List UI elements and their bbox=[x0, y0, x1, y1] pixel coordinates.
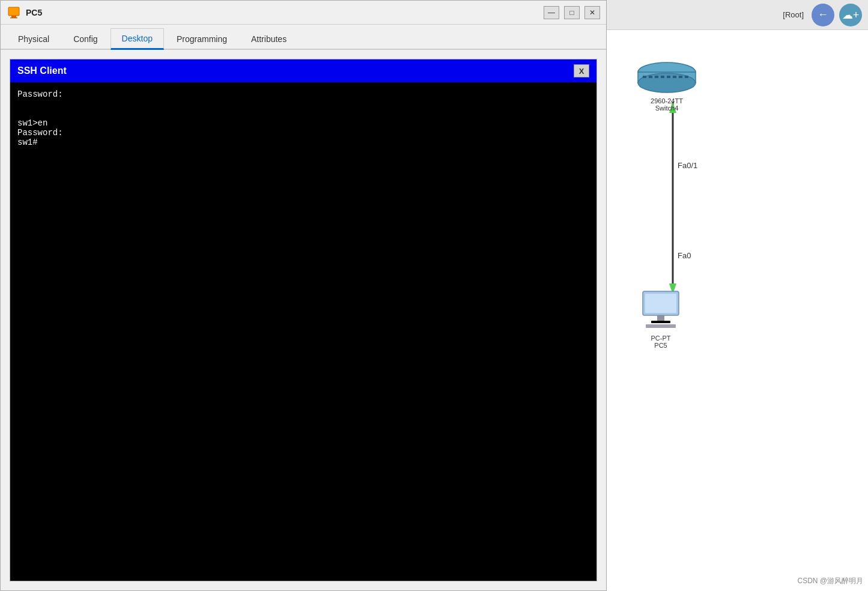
tab-attributes[interactable]: Attributes bbox=[240, 29, 298, 49]
ssh-panel: SSH Client X Password: sw1>en Password: … bbox=[10, 59, 597, 581]
right-panel: [Root] ← ☁+ Fa0/1 Fa0 bbox=[607, 0, 868, 591]
right-topbar: [Root] ← ☁+ bbox=[607, 0, 868, 30]
terminal[interactable]: Password: sw1>en Password: sw1# bbox=[10, 82, 596, 581]
ssh-header: SSH Client X bbox=[10, 59, 596, 82]
svg-text:Fa0/1: Fa0/1 bbox=[678, 161, 697, 170]
svg-rect-22 bbox=[651, 321, 670, 323]
tab-config[interactable]: Config bbox=[62, 29, 109, 49]
svg-rect-23 bbox=[646, 324, 676, 328]
svg-rect-0 bbox=[8, 7, 19, 16]
svg-rect-20 bbox=[645, 294, 676, 313]
pc-icon bbox=[7, 5, 21, 20]
maximize-button[interactable]: □ bbox=[564, 6, 580, 19]
svg-rect-12 bbox=[649, 76, 652, 78]
pc-model: PC-PT bbox=[651, 335, 671, 342]
switch-model: 2960-24TT bbox=[651, 97, 683, 105]
ssh-title: SSH Client bbox=[17, 65, 67, 76]
pc5-window: PC5 — □ ✕ Physical Config Desktop Progra… bbox=[0, 0, 607, 591]
ssh-close-button[interactable]: X bbox=[574, 64, 589, 77]
minimize-button[interactable]: — bbox=[544, 6, 559, 19]
back-icon: ← bbox=[818, 8, 828, 21]
tab-physical[interactable]: Physical bbox=[7, 29, 61, 49]
content-area: SSH Client X Password: sw1>en Password: … bbox=[1, 50, 606, 590]
cloud-plus-icon: ☁+ bbox=[842, 8, 860, 22]
tab-programming[interactable]: Programming bbox=[165, 29, 238, 49]
svg-rect-11 bbox=[643, 76, 646, 78]
watermark: CSDN @游风醉明月 bbox=[797, 576, 863, 586]
switch-name: Switch4 bbox=[655, 105, 679, 112]
svg-rect-21 bbox=[657, 315, 664, 321]
svg-rect-13 bbox=[655, 76, 658, 78]
window-close-button[interactable]: ✕ bbox=[584, 6, 600, 19]
pc-name: PC5 bbox=[654, 342, 667, 349]
switch-icon bbox=[637, 60, 697, 95]
svg-rect-15 bbox=[667, 76, 670, 78]
tab-bar: Physical Config Desktop Programming Attr… bbox=[1, 25, 606, 50]
switch-device: 2960-24TT Switch4 bbox=[637, 60, 697, 112]
network-area: Fa0/1 Fa0 bbox=[607, 30, 868, 591]
root-label: [Root] bbox=[783, 10, 804, 19]
tab-desktop[interactable]: Desktop bbox=[111, 28, 164, 50]
pc-device: PC-PT PC5 bbox=[637, 288, 685, 349]
window-controls: — □ ✕ bbox=[544, 6, 600, 19]
title-bar: PC5 — □ ✕ bbox=[1, 1, 606, 25]
svg-rect-16 bbox=[673, 76, 676, 78]
add-button[interactable]: ☁+ bbox=[839, 4, 862, 26]
svg-rect-18 bbox=[685, 76, 688, 78]
svg-rect-1 bbox=[11, 16, 16, 17]
back-button[interactable]: ← bbox=[812, 4, 834, 26]
svg-text:Fa0: Fa0 bbox=[678, 251, 691, 260]
window-title: PC5 bbox=[26, 8, 42, 17]
svg-rect-14 bbox=[661, 76, 664, 78]
svg-rect-17 bbox=[679, 76, 682, 78]
svg-rect-2 bbox=[10, 17, 17, 19]
pc-device-icon bbox=[637, 288, 685, 332]
